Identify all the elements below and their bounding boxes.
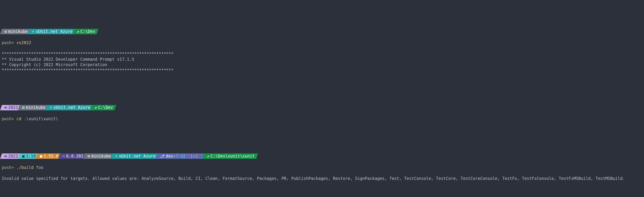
link-icon [76, 29, 79, 34]
segment-label: 6.0.202 [66, 153, 84, 159]
git-status-segment: dev +7 ~32 -1 | +2 ~1 [156, 153, 205, 159]
git-modified: ~1 [198, 153, 202, 159]
gear-icon [88, 153, 90, 159]
bolt-segment: xUnit.net Azure [46, 105, 92, 110]
command-text: ./build [16, 165, 34, 170]
prompt-gt: > [12, 165, 16, 170]
segment-label: 1.18 [26, 153, 36, 159]
segment-label: C:\Dev [98, 105, 113, 110]
shell-name: pwsh [2, 165, 12, 170]
git-ahead: +7 [173, 153, 178, 159]
output-block-3: Invalid value specified for targets. All… [2, 176, 642, 181]
git-behind: ~32 [178, 153, 186, 159]
tilde-icon [62, 153, 65, 159]
dot-segment: 1.55.0 [36, 153, 61, 159]
gear-segment: minikube [84, 153, 113, 159]
bolt-icon [50, 105, 52, 110]
vs-icon [4, 153, 7, 159]
segment-label: xUnit.net Azure [54, 105, 90, 110]
gear-icon [4, 29, 7, 34]
segment-label: minikube [91, 153, 111, 159]
gear-segment: minikube [19, 105, 48, 110]
command-text: vs2022 [16, 40, 31, 45]
powerline-prompt-2: 2022minikubexUnit.net AzureC:\Dev [2, 105, 642, 110]
link-segment: C:\Dev [73, 29, 98, 34]
bolt-segment: xUnit.net Azure [112, 153, 158, 159]
command-arg [22, 116, 24, 121]
bolt-icon [115, 153, 117, 159]
link-icon [207, 153, 209, 159]
command-arg: .\xunit\xunit\ [24, 116, 58, 121]
box-icon [22, 153, 24, 159]
dot-icon [40, 153, 42, 159]
segment-label: 2022 [8, 105, 18, 110]
git-deleted: -1 [186, 153, 190, 159]
segment-label: 1.55.0 [44, 153, 58, 159]
powerline-prompt-3: 20221.181.55.06.0.202minikubexUnit.net A… [2, 153, 642, 159]
vs-icon [4, 105, 7, 110]
command-arg: foo [36, 165, 43, 170]
segment-label: minikube [8, 29, 28, 34]
box-segment: 1.18 [19, 153, 38, 159]
prompt-gt: > [12, 40, 16, 45]
tilde-segment: 6.0.202 [59, 153, 86, 159]
command-line-3[interactable]: pwsh> ./build foo [2, 165, 642, 170]
segment-label: C:\Dev\xunit\xunit [210, 153, 255, 159]
powerline-prompt-1: minikubexUnit.net AzureC:\Dev [2, 29, 642, 34]
shell-name: pwsh [2, 116, 12, 121]
command-line-1[interactable]: pwsh> vs2022 [2, 40, 642, 45]
bolt-icon [32, 29, 34, 34]
branch-icon [160, 153, 164, 159]
segment-label: C:\Dev [80, 29, 95, 34]
output-block-1: ****************************************… [2, 51, 642, 73]
segment-label: 2022 [8, 153, 18, 159]
link-icon [94, 105, 97, 110]
vs-segment: 2022 [1, 105, 20, 110]
git-branch: dev [166, 153, 173, 159]
shell-name: pwsh [2, 40, 12, 45]
git-separator: | [190, 153, 193, 159]
segment-label: xUnit.net Azure [36, 29, 73, 34]
segment-label: minikube [26, 105, 46, 110]
prompt-gt: > [12, 116, 16, 121]
gear-icon [22, 105, 24, 110]
bolt-segment: xUnit.net Azure [28, 29, 75, 34]
link-segment: C:\Dev [91, 105, 115, 110]
link-segment: C:\Dev\xunit\xunit [203, 153, 257, 159]
segment-label: xUnit.net Azure [119, 153, 156, 159]
command-line-2[interactable]: pwsh> cd .\xunit\xunit\ [2, 116, 642, 122]
git-stash: +2 [193, 153, 198, 159]
command-text: cd [16, 116, 22, 121]
gear-segment: minikube [1, 29, 30, 34]
vs-segment: 2022 [1, 153, 20, 159]
